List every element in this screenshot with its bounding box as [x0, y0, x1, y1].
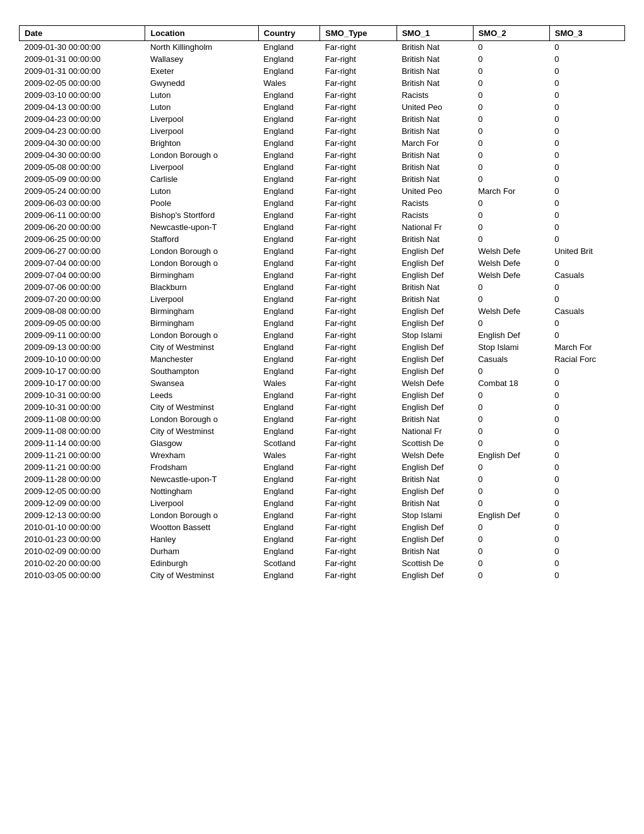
table-cell: 2009-09-11 00:00:00 [20, 329, 145, 341]
table-cell: 2009-05-24 00:00:00 [20, 185, 145, 197]
table-cell: Blackburn [145, 281, 258, 293]
col-header-smotype: SMO_Type [320, 26, 397, 41]
table-cell: 2009-12-05 00:00:00 [20, 485, 145, 497]
table-cell: 2009-10-17 00:00:00 [20, 377, 145, 389]
table-cell: English Def [397, 461, 473, 473]
table-cell: England [258, 137, 320, 149]
table-cell: Far-right [320, 557, 397, 569]
table-cell: Far-right [320, 521, 397, 533]
table-cell: 2009-12-09 00:00:00 [20, 497, 145, 509]
table-cell: 0 [549, 77, 624, 89]
table-cell: English Def [397, 305, 473, 317]
table-cell: Far-right [320, 173, 397, 185]
table-cell: 0 [549, 125, 624, 137]
table-cell: 2009-12-13 00:00:00 [20, 509, 145, 521]
table-cell: 0 [549, 233, 624, 245]
table-cell: 0 [549, 137, 624, 149]
table-cell: 2009-06-20 00:00:00 [20, 221, 145, 233]
table-cell: British Nat [397, 497, 473, 509]
table-cell: Wales [258, 77, 320, 89]
table-cell: England [258, 413, 320, 425]
table-row: 2009-12-05 00:00:00NottinghamEnglandFar-… [20, 485, 625, 497]
table-cell: England [258, 461, 320, 473]
table-cell: Birmingham [145, 317, 258, 329]
table-cell: 0 [473, 161, 549, 173]
table-cell: 2009-09-05 00:00:00 [20, 317, 145, 329]
table-cell: 2009-11-21 00:00:00 [20, 461, 145, 473]
table-cell: British Nat [397, 545, 473, 557]
table-cell: 0 [549, 533, 624, 545]
table-cell: Far-right [320, 293, 397, 305]
col-header-smo3: SMO_3 [549, 26, 624, 41]
table-cell: 0 [549, 113, 624, 125]
table-cell: City of Westminst [145, 425, 258, 437]
table-cell: British Nat [397, 125, 473, 137]
table-cell: Far-right [320, 77, 397, 89]
table-row: 2009-09-13 00:00:00City of WestminstEngl… [20, 341, 625, 353]
table-cell: England [258, 185, 320, 197]
table-cell: 2009-03-10 00:00:00 [20, 89, 145, 101]
table-cell: 0 [549, 365, 624, 377]
col-header-date: Date [20, 26, 145, 41]
table-cell: 0 [473, 473, 549, 485]
table-row: 2009-04-23 00:00:00LiverpoolEnglandFar-r… [20, 113, 625, 125]
table-cell: 0 [473, 233, 549, 245]
table-cell: English Def [397, 569, 473, 581]
table-row: 2009-01-31 00:00:00ExeterEnglandFar-righ… [20, 65, 625, 77]
table-cell: British Nat [397, 173, 473, 185]
table-cell: Far-right [320, 377, 397, 389]
table-cell: Casuals [549, 269, 624, 281]
table-cell: 0 [473, 53, 549, 65]
table-cell: 2009-04-23 00:00:00 [20, 113, 145, 125]
table-cell: 2009-05-08 00:00:00 [20, 161, 145, 173]
table-cell: 0 [549, 401, 624, 413]
table-cell: 2009-07-04 00:00:00 [20, 269, 145, 281]
table-cell: City of Westminst [145, 341, 258, 353]
table-cell: 2010-01-23 00:00:00 [20, 533, 145, 545]
table-cell: British Nat [397, 149, 473, 161]
table-cell: 0 [473, 557, 549, 569]
table-cell: Far-right [320, 473, 397, 485]
table-cell: Glasgow [145, 437, 258, 449]
table-row: 2009-04-23 00:00:00LiverpoolEnglandFar-r… [20, 125, 625, 137]
table-cell: 0 [473, 401, 549, 413]
table-row: 2009-06-25 00:00:00StaffordEnglandFar-ri… [20, 233, 625, 245]
table-cell: 2009-10-31 00:00:00 [20, 389, 145, 401]
table-cell: City of Westminst [145, 401, 258, 413]
table-cell: 0 [473, 65, 549, 77]
table-row: 2009-06-03 00:00:00PooleEnglandFar-right… [20, 197, 625, 209]
table-cell: British Nat [397, 113, 473, 125]
table-row: 2010-02-09 00:00:00DurhamEnglandFar-righ… [20, 545, 625, 557]
table-row: 2009-10-31 00:00:00City of WestminstEngl… [20, 401, 625, 413]
table-cell: England [258, 113, 320, 125]
table-cell: Stop Islami [397, 509, 473, 521]
table-cell: 0 [549, 497, 624, 509]
table-cell: Racists [397, 197, 473, 209]
table-cell: Welsh Defe [473, 269, 549, 281]
table-row: 2009-05-09 00:00:00CarlisleEnglandFar-ri… [20, 173, 625, 185]
table-cell: Racists [397, 209, 473, 221]
table-cell: 0 [549, 485, 624, 497]
table-row: 2009-07-20 00:00:00LiverpoolEnglandFar-r… [20, 293, 625, 305]
table-cell: Welsh Defe [473, 257, 549, 269]
table-cell: United Peo [397, 185, 473, 197]
table-cell: 0 [473, 221, 549, 233]
table-cell: Far-right [320, 161, 397, 173]
table-cell: England [258, 401, 320, 413]
table-cell: 2010-02-20 00:00:00 [20, 557, 145, 569]
col-header-country: Country [258, 26, 320, 41]
table-cell: 0 [473, 485, 549, 497]
table-cell: Far-right [320, 281, 397, 293]
table-cell: England [258, 305, 320, 317]
table-row: 2009-10-17 00:00:00SouthamptonEnglandFar… [20, 365, 625, 377]
table-cell: 2009-04-13 00:00:00 [20, 101, 145, 113]
table-cell: Far-right [320, 185, 397, 197]
table-cell: United Brit [549, 245, 624, 257]
table-cell: 2009-07-04 00:00:00 [20, 257, 145, 269]
table-cell: Far-right [320, 389, 397, 401]
table-cell: Scotland [258, 557, 320, 569]
table-row: 2009-11-08 00:00:00London Borough oEngla… [20, 413, 625, 425]
table-cell: 0 [549, 41, 624, 54]
table-cell: Far-right [320, 257, 397, 269]
table-cell: 2009-11-08 00:00:00 [20, 425, 145, 437]
